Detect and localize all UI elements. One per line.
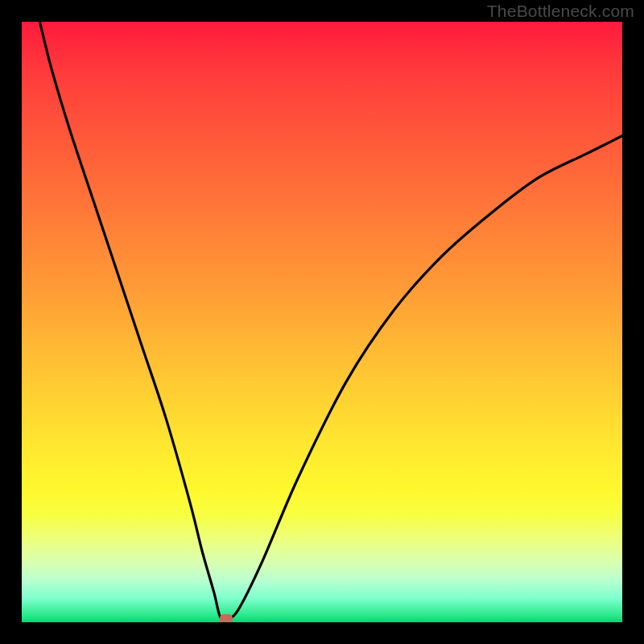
curve-path: [39, 22, 622, 620]
watermark-text: TheBottleneck.com: [487, 2, 634, 21]
bottleneck-curve: [22, 22, 622, 622]
optimal-point-marker: [220, 614, 233, 622]
plot-area: [22, 22, 622, 622]
chart-frame: TheBottleneck.com: [0, 0, 644, 644]
